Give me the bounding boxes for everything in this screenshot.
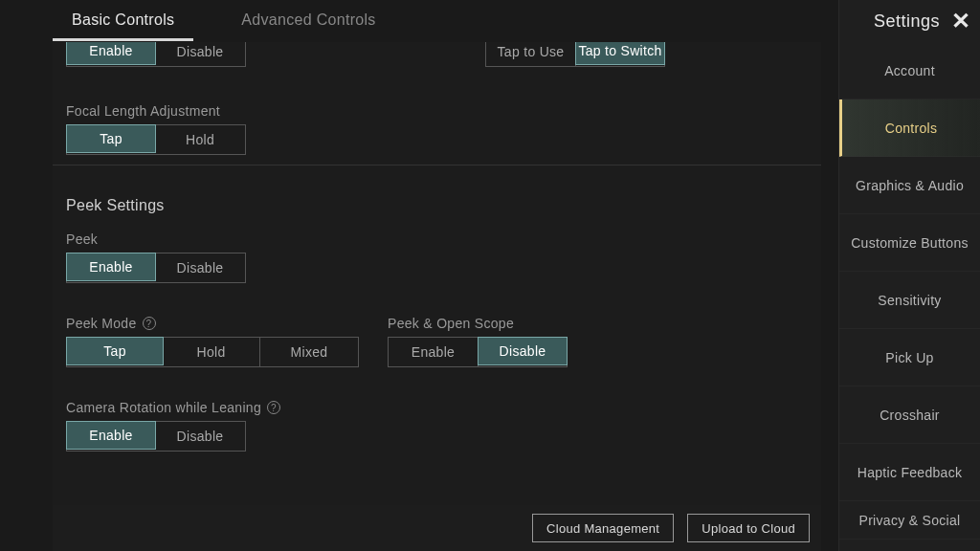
upload-to-cloud-button[interactable]: Upload to Cloud <box>687 514 810 542</box>
sidebar-item-privacy[interactable]: Privacy & Social <box>839 501 980 540</box>
sidebar-item-account[interactable]: Account <box>839 42 980 99</box>
settings-scroll-area[interactable]: Enable Disable Tap to Use Tap to Switch … <box>53 42 821 551</box>
peek-disable-button[interactable]: Disable <box>155 253 245 282</box>
peek-label: Peek <box>66 231 808 247</box>
tap-to-use-button[interactable]: Tap to Use <box>486 42 576 66</box>
tab-row: Basic Controls Advanced Controls <box>53 2 395 41</box>
peek-mode-label: Peek Mode ? <box>66 316 359 331</box>
sidebar-item-controls[interactable]: Controls <box>839 99 980 157</box>
peek-open-scope-label: Peek & Open Scope <box>388 316 568 331</box>
sidebar-item-sensitivity[interactable]: Sensitivity <box>839 272 980 329</box>
sidebar-item-pickup[interactable]: Pick Up <box>839 329 980 386</box>
tab-advanced-controls[interactable]: Advanced Controls <box>222 2 394 41</box>
peek-mode-tap-button[interactable]: Tap <box>66 337 164 365</box>
tap-to-switch-button[interactable]: Tap to Switch <box>575 42 665 65</box>
focal-hold-button[interactable]: Hold <box>155 125 245 154</box>
sidebar-item-graphics[interactable]: Graphics & Audio <box>839 157 980 214</box>
info-icon[interactable]: ? <box>267 401 280 414</box>
peek-mode-mixed-button[interactable]: Mixed <box>260 338 358 366</box>
tab-basic-controls[interactable]: Basic Controls <box>53 2 193 41</box>
close-icon[interactable]: ✕ <box>951 8 970 34</box>
peek-enable-button[interactable]: Enable <box>66 253 156 281</box>
partial-disable-button[interactable]: Disable <box>155 42 245 66</box>
cloud-management-button[interactable]: Cloud Management <box>532 514 674 542</box>
camera-rotation-label: Camera Rotation while Leaning ? <box>66 400 808 415</box>
main-panel: Basic Controls Advanced Controls Enable … <box>0 0 838 551</box>
camera-lean-enable-button[interactable]: Enable <box>66 421 156 450</box>
camera-lean-disable-button[interactable]: Disable <box>155 422 245 451</box>
sidebar-item-crosshair[interactable]: Crosshair <box>839 386 980 444</box>
info-icon[interactable]: ? <box>143 317 156 330</box>
sidebar: Settings ✕ Account Controls Graphics & A… <box>838 0 980 551</box>
partial-enable-button[interactable]: Enable <box>66 42 156 65</box>
peek-scope-disable-button[interactable]: Disable <box>478 337 568 365</box>
sidebar-item-haptic[interactable]: Haptic Feedback <box>839 444 980 501</box>
peek-settings-title: Peek Settings <box>66 197 808 214</box>
peek-scope-enable-button[interactable]: Enable <box>389 338 479 366</box>
settings-title: Settings <box>874 11 940 32</box>
focal-length-label: Focal Length Adjustment <box>66 103 808 119</box>
peek-mode-hold-button[interactable]: Hold <box>163 338 260 366</box>
focal-tap-button[interactable]: Tap <box>66 124 156 153</box>
sidebar-item-customize[interactable]: Customize Buttons <box>839 214 980 272</box>
